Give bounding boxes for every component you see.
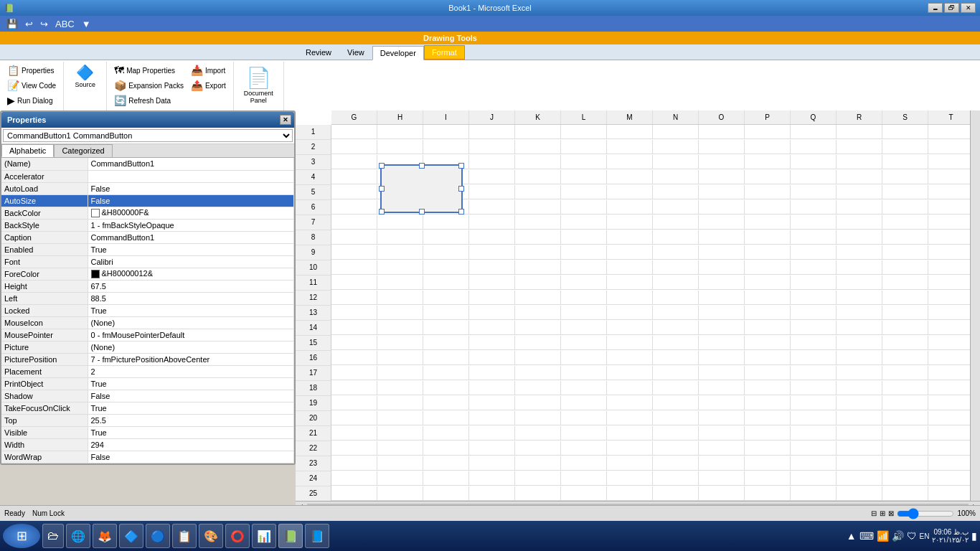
cell[interactable] [469,396,515,410]
cell[interactable] [699,381,745,395]
command-button-shape[interactable] [380,164,463,213]
property-value[interactable]: False [88,451,294,463]
cell[interactable] [791,155,837,169]
cell[interactable] [561,471,607,486]
cell[interactable] [653,125,699,139]
cell[interactable] [745,381,791,395]
handle-tl[interactable] [379,163,385,169]
cell[interactable] [423,321,469,335]
property-row[interactable]: ForeColor&H80000012& [1,268,294,280]
cell[interactable] [791,321,837,335]
property-value[interactable]: CommandButton1 [88,158,294,170]
property-row[interactable]: Picture(None) [1,341,294,353]
cell[interactable] [469,276,515,290]
property-value[interactable]: 88.5 [88,292,294,304]
cell[interactable] [837,140,882,154]
cell[interactable] [607,276,653,290]
taskbar-firefox[interactable]: 🦊 [93,524,117,548]
cell[interactable] [561,321,607,335]
cell[interactable] [607,411,653,425]
cell[interactable] [653,291,699,305]
cell[interactable] [837,170,882,184]
cell[interactable] [699,426,745,441]
taskbar-powerpoint[interactable]: 📊 [252,524,276,548]
cell[interactable] [515,336,561,350]
cell[interactable] [928,321,970,335]
cell[interactable] [745,170,791,184]
cell[interactable] [882,170,928,184]
cell[interactable] [607,456,653,471]
cell[interactable] [607,170,653,184]
cell[interactable] [423,140,469,154]
cell[interactable] [469,426,515,441]
cell[interactable] [837,276,882,290]
cell[interactable] [607,260,653,275]
cell[interactable] [882,185,928,199]
cell[interactable] [469,441,515,456]
cell[interactable] [745,321,791,335]
property-value[interactable]: 1 - fmBackStyleOpaque [88,219,294,231]
cell[interactable] [745,411,791,425]
cell[interactable] [837,351,882,365]
cell[interactable] [377,396,423,410]
cell[interactable] [699,336,745,350]
property-row[interactable]: MousePointer0 - fmMousePointerDefault [1,329,294,341]
cell[interactable] [561,396,607,410]
cell[interactable] [469,200,515,215]
cell[interactable] [882,291,928,305]
cell[interactable] [561,366,607,380]
cell[interactable] [928,426,970,441]
cell[interactable] [928,245,970,260]
property-value[interactable]: 0 - fmMousePointerDefault [88,329,294,341]
cell[interactable] [423,245,469,260]
cell[interactable] [377,321,423,335]
map-properties-button[interactable]: 🗺 Map Properties [111,63,187,77]
cell[interactable] [377,381,423,395]
cell[interactable] [928,170,970,184]
properties-object-select[interactable]: CommandButton1 CommandButton [3,129,293,142]
cell[interactable] [515,185,561,199]
cell[interactable] [469,486,515,501]
cell[interactable] [469,291,515,305]
handle-tm[interactable] [419,163,425,169]
cell[interactable] [791,230,837,245]
property-row[interactable]: Left88.5 [1,292,294,304]
cell[interactable] [837,411,882,425]
cell[interactable] [928,260,970,275]
property-value[interactable]: True [88,426,294,438]
cell[interactable] [561,336,607,350]
cell[interactable] [377,125,423,139]
cell[interactable] [607,336,653,350]
cell[interactable] [837,155,882,169]
property-row[interactable]: EnabledTrue [1,243,294,255]
cell[interactable] [745,185,791,199]
minimize-button[interactable]: 🗕 [928,3,943,13]
cell[interactable] [561,441,607,456]
cell[interactable] [561,140,607,154]
show-desktop[interactable]: ▮ [971,530,977,542]
cell[interactable] [791,215,837,230]
cell[interactable] [882,426,928,441]
cell[interactable] [837,291,882,305]
cell[interactable] [653,366,699,380]
cell[interactable] [882,456,928,471]
cell[interactable] [469,306,515,320]
cell[interactable] [561,456,607,471]
cell[interactable] [561,125,607,139]
cell[interactable] [607,230,653,245]
cell[interactable] [928,381,970,395]
cell[interactable] [791,170,837,184]
cell[interactable] [653,276,699,290]
cell[interactable] [469,170,515,184]
cell[interactable] [515,215,561,230]
cell[interactable] [469,366,515,380]
cell[interactable] [561,351,607,365]
cell[interactable] [561,260,607,275]
cell[interactable] [745,260,791,275]
cell[interactable] [928,200,970,215]
cell[interactable] [699,396,745,410]
cell[interactable] [882,486,928,501]
qa-undo[interactable]: ↩ [23,18,35,30]
cell[interactable] [331,336,377,350]
cell[interactable] [928,155,970,169]
